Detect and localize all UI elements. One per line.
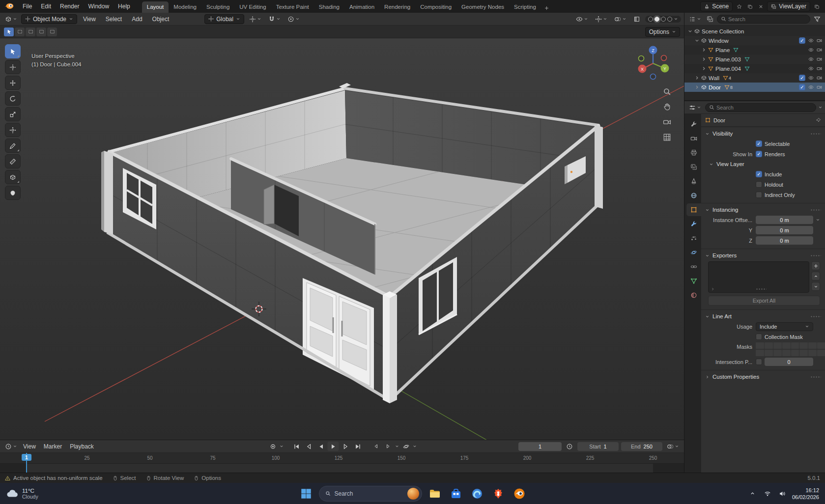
timeline-track-area[interactable]: [0, 464, 684, 473]
transform-orientation-selector[interactable]: Global: [204, 14, 244, 24]
collection-mask-checkbox[interactable]: [756, 334, 762, 340]
add-exporter-button[interactable]: [811, 261, 820, 270]
wall-exclude-checkbox[interactable]: [799, 75, 805, 81]
move-tool[interactable]: [5, 76, 21, 90]
play-reverse-button[interactable]: [315, 442, 327, 451]
timeline-ruler[interactable]: 25 50 75 100 125 150 175 200 225 250: [0, 453, 684, 464]
overlays-dropdown[interactable]: [612, 15, 628, 24]
pin-icon[interactable]: [816, 117, 821, 123]
indirect-only-checkbox[interactable]: [756, 192, 762, 198]
scale-tool[interactable]: [5, 107, 21, 121]
move-exporter-down-button[interactable]: [811, 282, 820, 291]
eye-icon[interactable]: [808, 47, 814, 53]
view-layer-selector[interactable]: ViewLayer: [767, 1, 810, 11]
chevron-down-icon[interactable]: [816, 218, 820, 222]
outliner-row-window[interactable]: Window: [684, 36, 825, 45]
jump-to-end-button[interactable]: [352, 442, 364, 451]
camera-render-icon[interactable]: [817, 75, 822, 81]
show-in-renders-checkbox[interactable]: [756, 151, 762, 157]
measure-tool[interactable]: [5, 154, 21, 168]
pan-hand-icon[interactable]: [663, 103, 671, 111]
snap-toggle-button[interactable]: [266, 15, 283, 24]
tab-scene[interactable]: [686, 175, 701, 188]
eye-icon[interactable]: [808, 84, 814, 90]
material-shading-button[interactable]: [661, 17, 666, 22]
eye-icon[interactable]: [808, 66, 814, 71]
intersection-priority-checkbox[interactable]: [756, 359, 762, 365]
transform-tool[interactable]: [5, 123, 21, 137]
workspace-tab-modeling[interactable]: Modeling: [169, 1, 201, 13]
tab-render[interactable]: [686, 132, 701, 145]
properties-editor-type-button[interactable]: [687, 103, 703, 112]
camera-render-icon[interactable]: [817, 84, 822, 90]
solid-shading-button[interactable]: [654, 17, 659, 22]
expand-icon[interactable]: [694, 75, 700, 81]
zoom-icon[interactable]: [663, 87, 671, 96]
taskbar-clock[interactable]: 16:12 06/02/2026: [792, 487, 819, 501]
panel-grip-icon[interactable]: [810, 254, 821, 257]
holdout-checkbox[interactable]: [756, 181, 762, 188]
taskbar-search[interactable]: Search: [319, 486, 422, 502]
camera-render-icon[interactable]: [817, 56, 822, 62]
tab-world[interactable]: [686, 189, 701, 202]
rotate-tool[interactable]: [5, 91, 21, 106]
instance-offset-y-field[interactable]: 0 m: [756, 226, 813, 234]
panel-grip-icon[interactable]: [810, 315, 821, 318]
timeline-sync-dropdown[interactable]: [665, 442, 681, 451]
unlink-scene-button[interactable]: [756, 2, 765, 11]
menu-file[interactable]: File: [19, 1, 36, 11]
file-explorer-icon[interactable]: [427, 485, 443, 502]
weather-widget[interactable]: 11°C Cloudy: [6, 487, 38, 500]
timeline-menu-view[interactable]: View: [19, 442, 40, 451]
camera-render-icon[interactable]: [817, 66, 822, 71]
3d-viewport[interactable]: User Perspective (1) Door | Cube.004: [0, 38, 684, 440]
outliner-row-wall[interactable]: Wall 4: [684, 73, 825, 83]
tab-constraints[interactable]: [686, 260, 701, 273]
viewport-menu-view[interactable]: View: [79, 14, 100, 24]
eye-icon[interactable]: [808, 38, 814, 43]
timeline-menu-playback[interactable]: Playback: [66, 442, 98, 451]
toggle-perspective-icon[interactable]: [663, 133, 671, 141]
list-grip-icon[interactable]: [756, 288, 767, 290]
blender-app-icon[interactable]: [511, 485, 528, 502]
tab-output[interactable]: [686, 146, 701, 159]
frame-step-back-button[interactable]: [370, 442, 382, 451]
custom-properties-panel-header[interactable]: Custom Properties: [701, 372, 825, 382]
next-keyframe-button[interactable]: [340, 442, 351, 451]
mask-bits-row-2[interactable]: [756, 350, 825, 356]
workspace-tab-shading[interactable]: Shading: [314, 1, 344, 13]
workspace-tab-scripting[interactable]: Scripting: [509, 1, 541, 13]
include-checkbox[interactable]: [756, 171, 762, 177]
move-exporter-up-button[interactable]: [811, 272, 820, 280]
microsoft-store-icon[interactable]: [448, 485, 464, 502]
expand-icon[interactable]: [701, 47, 707, 53]
selectable-checkbox[interactable]: [756, 140, 762, 147]
timeline-menu-marker[interactable]: Marker: [40, 442, 66, 451]
navigation-gizmo[interactable]: Z X Y: [632, 43, 674, 84]
transform-pivot-button[interactable]: [247, 15, 263, 24]
previous-keyframe-button[interactable]: [303, 442, 314, 451]
line-art-panel-header[interactable]: Line Art: [701, 311, 825, 321]
gizmo-negative-z-axis[interactable]: [651, 74, 656, 80]
outliner-search-input[interactable]: [728, 16, 806, 22]
outliner-display-mode-button[interactable]: [705, 15, 715, 24]
instance-offset-x-field[interactable]: 0 m: [756, 216, 813, 224]
current-frame-field[interactable]: 1: [518, 442, 562, 451]
playhead-frame-label[interactable]: 1: [22, 454, 31, 461]
cursor-tool[interactable]: [5, 60, 21, 74]
outliner-row-door[interactable]: Door 8: [684, 83, 825, 92]
intersection-priority-field[interactable]: 0: [765, 358, 813, 366]
viewport-menu-select[interactable]: Select: [102, 14, 126, 24]
tab-view-layer[interactable]: [686, 161, 701, 173]
rendered-shading-button[interactable]: [667, 17, 672, 22]
window-exclude-checkbox[interactable]: [799, 37, 805, 44]
panel-grip-icon[interactable]: [810, 209, 821, 211]
tab-material[interactable]: [686, 289, 701, 302]
gizmo-negative-x-axis[interactable]: [661, 56, 667, 61]
editor-type-button[interactable]: [3, 15, 19, 24]
mode-selector[interactable]: Object Mode: [21, 14, 77, 24]
camera-view-icon[interactable]: [663, 118, 671, 126]
start-button[interactable]: [298, 485, 314, 502]
workspace-tab-rendering[interactable]: Rendering: [379, 1, 415, 13]
workspace-tab-layout[interactable]: Layout: [142, 1, 169, 13]
